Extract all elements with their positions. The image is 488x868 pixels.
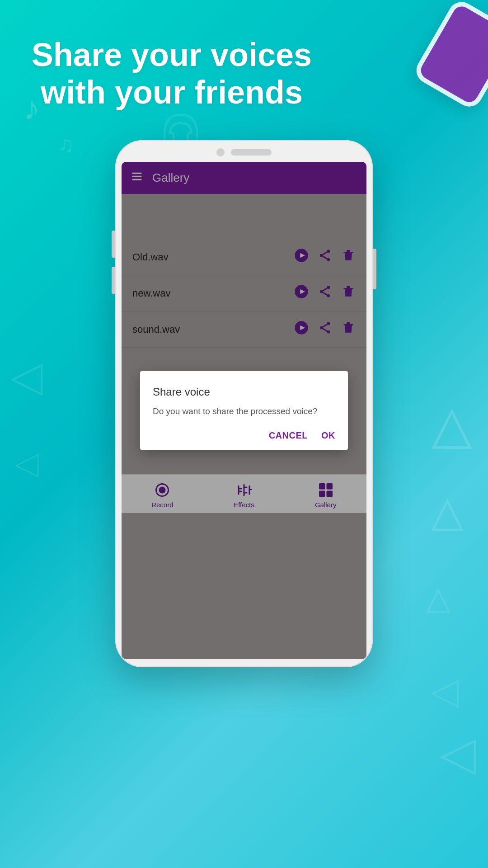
- decorative-phone-screen: [418, 3, 488, 105]
- svg-marker-5: [13, 365, 42, 394]
- share-voice-dialog: Share voice Do you want to share the pro…: [140, 371, 348, 450]
- volume-up-button: [112, 231, 115, 258]
- phone-top-notch: [122, 148, 366, 156]
- svg-marker-7: [442, 741, 475, 774]
- power-button: [373, 249, 376, 289]
- svg-marker-4: [427, 590, 449, 612]
- phone-screen: Gallery Old.wav: [122, 162, 366, 659]
- svg-marker-6: [16, 455, 38, 476]
- volume-down-button: [112, 267, 115, 294]
- hero-text: Share your voices with your friends: [0, 36, 343, 111]
- front-camera: [216, 148, 225, 156]
- svg-text:♫: ♫: [58, 132, 74, 156]
- decorative-phone: [412, 0, 488, 112]
- svg-marker-8: [432, 681, 458, 707]
- cancel-button[interactable]: CANCEL: [269, 430, 308, 441]
- dialog-title: Share voice: [153, 386, 335, 398]
- dialog-overlay: Share voice Do you want to share the pro…: [122, 162, 366, 659]
- phone-mockup: Gallery Old.wav: [115, 140, 373, 667]
- hero-line1: Share your voices: [32, 37, 312, 73]
- earpiece-speaker: [231, 149, 272, 156]
- dialog-message: Do you want to share the processed voice…: [153, 406, 335, 418]
- ok-button[interactable]: OK: [321, 430, 335, 441]
- svg-marker-2: [434, 411, 470, 448]
- phone-body: Gallery Old.wav: [115, 140, 373, 667]
- svg-marker-3: [433, 501, 462, 530]
- dialog-actions: CANCEL OK: [153, 430, 335, 441]
- hero-line2: with your friends: [41, 74, 303, 110]
